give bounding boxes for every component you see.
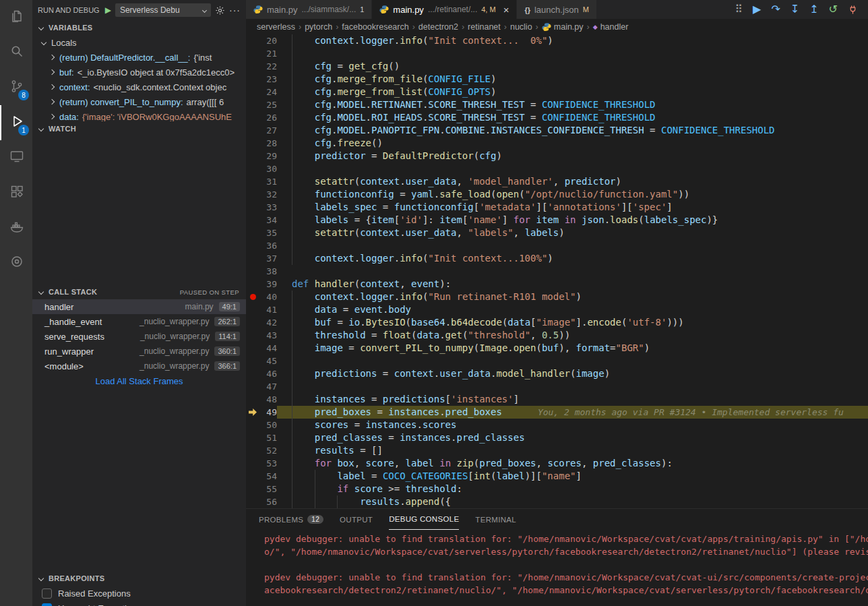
call-stack-frame[interactable]: _handle_event_nuclio_wrapper.py262:1 (32, 314, 246, 329)
gutter-glyph-margin[interactable] (246, 188, 259, 201)
code-line[interactable]: 47 (246, 380, 868, 393)
variable-row[interactable]: context:<nuclio_sdk.context.Context obje… (32, 80, 246, 94)
activity-bar-item-extensions[interactable] (0, 175, 32, 210)
line-number[interactable]: 33 (259, 201, 277, 214)
more-actions-icon[interactable]: ··· (229, 5, 241, 16)
code-line[interactable]: 26cfg.MODEL.ROI_HEADS.SCORE_THRESH_TEST … (246, 111, 868, 124)
gutter-glyph-margin[interactable] (246, 60, 259, 73)
code-line[interactable]: 40context.logger.info("Run retinanet-R10… (246, 291, 868, 303)
gutter-glyph-margin[interactable] (246, 47, 259, 60)
gutter-glyph-margin[interactable] (246, 214, 259, 226)
line-number[interactable]: 42 (259, 316, 277, 329)
gutter-glyph-margin[interactable] (246, 162, 259, 175)
line-number[interactable]: 54 (259, 470, 277, 483)
code-line[interactable]: 49pred_boxes = instances.pred_boxesYou, … (246, 406, 868, 419)
gutter-glyph-margin[interactable] (246, 393, 259, 406)
breadcrumb-item-retinanet[interactable]: retinanet (468, 22, 501, 32)
debug-config-dropdown[interactable]: Serverless Debu (115, 3, 211, 17)
gutter-glyph-margin[interactable] (246, 355, 259, 367)
code-line[interactable]: 31setattr(context.user_data, 'model_hand… (246, 175, 868, 188)
step-out-button[interactable]: ↥ (809, 4, 818, 15)
line-number[interactable]: 53 (259, 457, 277, 470)
code-line[interactable]: 23cfg.merge_from_file(CONFIG_FILE) (246, 73, 868, 86)
gutter-glyph-margin[interactable] (246, 342, 259, 355)
line-number[interactable]: 55 (259, 483, 277, 495)
line-number[interactable]: 48 (259, 393, 277, 406)
gutter-glyph-margin[interactable] (246, 111, 259, 124)
breakpoint-row[interactable]: Raised Exceptions (32, 586, 246, 601)
restart-button[interactable]: ↺ (829, 4, 838, 15)
activity-bar-item-search[interactable] (0, 35, 32, 70)
line-number[interactable]: 45 (259, 355, 277, 367)
code-line[interactable]: 48instances = predictions['instances'] (246, 393, 868, 406)
variable-row[interactable]: (return) DefaultPredictor.__call__:{'ins… (32, 50, 246, 65)
breadcrumb-item-pytorch[interactable]: pytorch (305, 22, 332, 32)
line-number[interactable]: 22 (259, 60, 277, 73)
editor-tab-0[interactable]: main.py.../siammask/...1 (246, 0, 372, 19)
activity-bar-item-circle-extension[interactable] (0, 245, 32, 280)
code-line[interactable]: 52results = [] (246, 444, 868, 457)
step-over-button[interactable]: ↷ (771, 4, 780, 15)
panel-tab-problems[interactable]: PROBLEMS12 (259, 509, 323, 530)
gutter-glyph-margin[interactable] (246, 406, 259, 419)
code-line[interactable]: 55if score >= threshold: (246, 483, 868, 495)
debug-console-output[interactable]: pydev debugger: unable to find translati… (246, 530, 868, 606)
code-line[interactable]: 32functionconfig = yaml.safe_load(open("… (246, 188, 868, 201)
code-line[interactable]: 24cfg.merge_from_list(CONFIG_OPTS) (246, 86, 868, 98)
gutter-glyph-margin[interactable] (246, 457, 259, 470)
gutter-glyph-margin[interactable] (246, 226, 259, 239)
gutter-glyph-margin[interactable] (246, 380, 259, 393)
line-number[interactable]: 30 (259, 162, 277, 175)
code-line[interactable]: 45 (246, 355, 868, 367)
code-line[interactable]: 53for box, score, label in zip(pred_boxe… (246, 457, 868, 470)
gutter-glyph-margin[interactable] (246, 73, 259, 86)
gutter-glyph-margin[interactable] (246, 367, 259, 380)
code-line[interactable]: 21 (246, 47, 868, 60)
step-into-button[interactable]: ↧ (790, 4, 799, 15)
code-line[interactable]: 44image = convert_PIL_to_numpy(Image.ope… (246, 342, 868, 355)
code-editor[interactable]: 20context.logger.info("Init context... 0… (246, 34, 868, 508)
line-number[interactable]: 24 (259, 86, 277, 98)
gutter-glyph-margin[interactable] (246, 419, 259, 431)
line-number[interactable]: 37 (259, 252, 277, 265)
gutter-glyph-margin[interactable] (246, 431, 259, 444)
gutter-glyph-margin[interactable] (246, 124, 259, 137)
code-line[interactable]: 42buf = io.BytesIO(base64.b64decode(data… (246, 316, 868, 329)
locals-scope[interactable]: Locals (32, 35, 246, 50)
code-line[interactable]: 30 (246, 162, 868, 175)
editor-tab-2[interactable]: {}launch.jsonM (517, 0, 597, 19)
gutter-glyph-margin[interactable] (246, 86, 259, 98)
call-stack-frame[interactable]: run_wrapper_nuclio_wrapper.py360:1 (32, 344, 246, 359)
code-line[interactable]: 41data = event.body (246, 303, 868, 316)
activity-bar-item-docker[interactable] (0, 210, 32, 245)
checkbox[interactable]: ✓ (42, 603, 52, 606)
gutter-glyph-margin[interactable] (246, 329, 259, 342)
gutter-glyph-margin[interactable] (246, 291, 259, 303)
call-stack-section-header[interactable]: CALL STACK PAUSED ON STEP (32, 284, 246, 299)
activity-bar-item-explorer[interactable] (0, 0, 32, 35)
load-all-stack-frames-link[interactable]: Load All Stack Frames (32, 373, 246, 388)
code-line[interactable]: 51pred_classes = instances.pred_classes (246, 431, 868, 444)
breadcrumb-item-detectron2[interactable]: detectron2 (418, 22, 458, 32)
gutter-glyph-margin[interactable] (246, 265, 259, 278)
call-stack-frame[interactable]: handlermain.py49:1 (32, 299, 246, 314)
disconnect-button[interactable] (848, 5, 858, 15)
line-number[interactable]: 46 (259, 367, 277, 380)
continue-button[interactable]: ▶ (753, 4, 761, 15)
code-line[interactable]: 37context.logger.info("Init context...10… (246, 252, 868, 265)
gutter-glyph-margin[interactable] (246, 137, 259, 150)
gutter-glyph-margin[interactable] (246, 278, 259, 291)
gutter-glyph-margin[interactable] (246, 201, 259, 214)
breadcrumb-item-handler[interactable]: ◆handler (593, 22, 629, 32)
line-number[interactable]: 29 (259, 150, 277, 162)
panel-tab-terminal[interactable]: TERMINAL (475, 509, 516, 530)
line-number[interactable]: 36 (259, 239, 277, 252)
editor-tab-1[interactable]: main.py.../retinanet/...4, M× (372, 0, 517, 19)
line-number[interactable]: 32 (259, 188, 277, 201)
variable-row[interactable]: buf:<_io.BytesIO object at 0x7f5a2dc1ecc… (32, 65, 246, 80)
line-number[interactable]: 21 (259, 47, 277, 60)
code-line[interactable]: 36 (246, 239, 868, 252)
breakpoints-section-header[interactable]: BREAKPOINTS (32, 571, 246, 586)
gutter-glyph-margin[interactable] (246, 252, 259, 265)
line-number[interactable]: 50 (259, 419, 277, 431)
